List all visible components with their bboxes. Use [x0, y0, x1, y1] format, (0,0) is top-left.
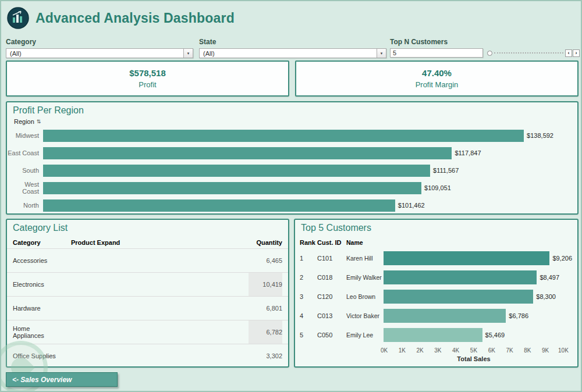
category-list-panel: Category List Category Product Expand Qu…: [6, 219, 289, 368]
customer-id-cell: C013: [317, 312, 346, 319]
customer-name-cell: Karen Hill: [346, 255, 384, 262]
region-bar-row: West Coast $109,051: [7, 179, 577, 197]
table-row[interactable]: Hardware 6,801: [7, 296, 288, 320]
top-n-control: ‹ ›: [390, 48, 580, 58]
sales-bar[interactable]: [384, 251, 549, 265]
sales-bar[interactable]: [384, 328, 482, 342]
rank-cell: 3: [300, 293, 317, 300]
axis-tick-label: 4K: [449, 347, 462, 354]
page-title: Advanced Analysis Dashboard: [36, 10, 235, 26]
header: Advanced Analysis Dashboard: [7, 7, 235, 29]
customer-row[interactable]: 4 C013 Victor Baker $6,786: [295, 306, 577, 325]
panel-title: Category List: [7, 220, 288, 234]
sales-bar[interactable]: [384, 270, 537, 284]
product-cell: [71, 249, 249, 272]
profit-kpi-value: $578,518: [129, 68, 166, 78]
bar-track: $117,847: [43, 147, 577, 159]
customer-id-cell: C050: [317, 332, 346, 338]
top-n-input[interactable]: [390, 48, 483, 58]
customer-row[interactable]: 1 C101 Karen Hill $9,206: [295, 248, 577, 268]
state-filter: State (All) ▼: [199, 38, 386, 58]
slider-knob[interactable]: [487, 51, 492, 56]
region-bar[interactable]: [43, 165, 430, 177]
slider-right-arrow[interactable]: ›: [573, 49, 580, 57]
profit-margin-kpi-card: 47.40% Profit Margin: [295, 60, 579, 97]
sales-overview-back-button[interactable]: <- Sales Overview: [6, 372, 118, 387]
profit-per-region-panel: Profit Per Region Region ⇅ Midwest $138,…: [6, 101, 579, 215]
bar-value-label: $9,206: [552, 255, 572, 262]
customer-id-cell: C120: [317, 293, 346, 300]
bar-track: $101,462: [43, 199, 577, 212]
product-cell: [71, 273, 249, 296]
quantity-cell: 10,419: [249, 273, 282, 296]
bar-value-label: $101,462: [398, 202, 425, 209]
region-bar-row: East Coast $117,847: [7, 144, 577, 162]
region-bar[interactable]: [43, 199, 395, 212]
category-filter-value: (All): [10, 50, 22, 57]
axis-tick-label: 1K: [396, 347, 409, 354]
region-column-header[interactable]: Region ⇅: [7, 117, 577, 127]
rank-cell: 1: [300, 255, 317, 262]
bar-value-label: $117,847: [455, 149, 481, 156]
table-row[interactable]: Electronics 10,419: [7, 272, 288, 296]
bar-track: $8,497: [384, 270, 564, 284]
region-label: Midwest: [7, 132, 43, 139]
table-row[interactable]: Home Appliances 6,782: [7, 320, 288, 344]
region-label: North: [7, 202, 43, 209]
region-header-label: Region: [14, 118, 34, 125]
sales-bar[interactable]: [384, 290, 533, 304]
region-bar[interactable]: [43, 130, 524, 142]
profit-margin-kpi-value: 47.40%: [422, 68, 452, 78]
bar-track: $109,051: [43, 182, 577, 194]
rank-cell: 4: [300, 312, 317, 319]
bar-track: $9,206: [384, 251, 564, 265]
slider-track[interactable]: [494, 52, 563, 54]
region-bar[interactable]: [43, 182, 421, 194]
chevron-down-icon[interactable]: ▼: [183, 49, 193, 58]
region-label: South: [7, 167, 43, 174]
customer-id-cell: C018: [317, 274, 346, 281]
bar-track: $138,592: [43, 130, 577, 142]
category-filter-dropdown[interactable]: (All) ▼: [6, 48, 193, 58]
rank-column-header: Rank: [300, 239, 317, 246]
top-n-slider[interactable]: ‹ ›: [487, 49, 580, 57]
category-filter: Category (All) ▼: [6, 38, 193, 58]
table-row[interactable]: Accessories 6,465: [7, 248, 288, 272]
table-row[interactable]: Office Supplies 3,302: [7, 344, 288, 368]
dashboard: Advanced Analysis Dashboard Category (Al…: [0, 0, 582, 392]
region-bar[interactable]: [43, 147, 452, 159]
bar-value-label: $5,469: [485, 332, 505, 338]
slider-left-arrow[interactable]: ‹: [565, 49, 572, 57]
region-label: East Coast: [7, 149, 43, 156]
rank-cell: 2: [300, 274, 317, 281]
axis-tick-label: 7K: [503, 347, 516, 354]
profit-kpi-label: Profit: [139, 80, 156, 89]
region-bar-row: Midwest $138,592: [7, 127, 577, 144]
category-cell: Home Appliances: [13, 320, 62, 344]
bar-value-label: $138,592: [527, 132, 553, 139]
sales-bar[interactable]: [384, 309, 506, 323]
bar-value-label: $6,786: [509, 312, 528, 319]
bar-track: $6,786: [384, 309, 564, 323]
customer-row[interactable]: 5 C050 Emily Lee $5,469: [295, 325, 577, 344]
customer-row[interactable]: 2 C018 Emily Walker $8,497: [295, 268, 577, 287]
state-filter-dropdown[interactable]: (All) ▼: [199, 48, 386, 58]
rank-cell: 5: [300, 332, 317, 338]
bar-track: $5,469: [384, 328, 564, 342]
quantity-column-header: Quantity: [249, 239, 282, 246]
axis-tick-label: 5K: [467, 347, 480, 354]
top-n-filter-label: Top N Customers: [390, 38, 580, 46]
bar-value-label: $8,300: [536, 293, 556, 300]
quantity-cell: 6,465: [249, 249, 282, 272]
bar-value-label: $111,567: [433, 167, 459, 174]
category-cell: Electronics: [13, 273, 62, 296]
region-bar-row: North $101,462: [7, 197, 577, 214]
customer-row[interactable]: 3 C120 Leo Brown $8,300: [295, 287, 577, 306]
product-cell: [71, 344, 249, 368]
sort-icon[interactable]: ⇅: [37, 119, 41, 124]
table-header: Category Product Expand Quantity: [7, 237, 288, 248]
axis-tick-label: 6K: [485, 347, 498, 354]
name-column-header: Name: [346, 239, 384, 246]
chevron-down-icon[interactable]: ▼: [377, 49, 386, 58]
customer-name-cell: Emily Walker: [346, 274, 384, 281]
